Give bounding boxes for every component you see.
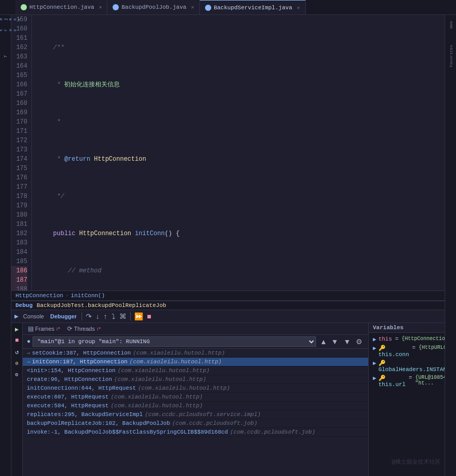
resume-btn[interactable]: ⏩ [133, 311, 145, 321]
var-item-3[interactable]: ▶ 🔑 this.url = {URL@10854} "ht... [369, 374, 445, 389]
code-line-161: * [38, 117, 445, 127]
thread-running-icon: ● [27, 338, 30, 345]
project-icon[interactable]: Project [0, 17, 23, 22]
frame-package-5: (com.xiaoleilu.hutool.http) [111, 394, 202, 400]
frame-package-7: (com.ccdc.pcloudsoft.service.impl) [145, 411, 260, 418]
var-expand-2[interactable]: ▶ [373, 360, 376, 366]
thread-select-dropdown[interactable]: "main"@1 in group "main": RUNNING [33, 336, 316, 347]
debug-job-name: BackupdJobTest.backupdPoolReplicateJob [37, 302, 166, 309]
toolbar-separator [82, 312, 82, 320]
code-line-160: * 初始化连接相关信息 [38, 80, 445, 89]
var-expand-0[interactable]: ▶ [373, 336, 376, 343]
frame-package-3: (com.xiaoleilu.hutool.http) [114, 376, 206, 382]
frames-threads-toolbar: ▤ Frames ↕* ⟳ Threads ↕* [23, 323, 368, 335]
stack-frame-3[interactable]: create:96, HttpConnection (com.xiaoleilu… [23, 375, 368, 384]
tab-httpconnection[interactable]: HttpConnection.java ✕ [15, 0, 107, 14]
frame-icon-0: → [27, 350, 30, 356]
code-line-165: // method [38, 266, 445, 275]
frame-method-2: <init>:154, HttpConnection [27, 367, 116, 374]
frames-tab-btn[interactable]: ▤ Frames ↕* [25, 324, 63, 333]
close-tab-1[interactable]: ✕ [99, 4, 102, 10]
frame-icon-1: → [27, 359, 30, 365]
console-btn[interactable]: Console [21, 312, 46, 320]
threads-asterisk: ↕* [97, 326, 101, 331]
thread-settings-btn[interactable]: ⚙ [354, 337, 364, 346]
var-item-0[interactable]: ▶ this = {HttpConnection@1... [369, 335, 445, 344]
step-out-btn[interactable]: ↑ [102, 311, 109, 321]
stack-frame-7[interactable]: replicates:295, BackupdServiceImpl (com.… [23, 410, 368, 419]
frame-package-4: (com.xiaoleilu.hutool.http) [138, 385, 230, 391]
var-expand-3[interactable]: ▶ [373, 375, 376, 381]
variables-panel: Variables ▶ this = {HttpConnection@1... … [369, 323, 445, 476]
tab-icon-java2 [113, 4, 119, 10]
stack-frame-0[interactable]: → setCookie:387, HttpConnection (com.xia… [23, 349, 368, 358]
var-equals-0: = [395, 336, 399, 342]
stack-frame-4[interactable]: initConnectionn:644, HttpRequest (com.xi… [23, 384, 368, 393]
tab-label-2: BackupdPoolJob.java [121, 4, 186, 10]
variables-content: ▶ this = {HttpConnection@1... ▶ 🔑 this.c… [369, 333, 445, 476]
favorites-icon[interactable]: Favorites [446, 51, 455, 60]
step-into-btn[interactable]: ↓ [95, 311, 101, 321]
thread-selector: ● "main"@1 in group "main": RUNNING ▲ ▼ … [23, 335, 368, 349]
frames-icon: ▤ [28, 325, 34, 332]
stack-frames-list[interactable]: → setCookie:387, HttpConnection (com.xia… [23, 349, 368, 476]
debug-resume-side-icon[interactable]: ▶ [13, 325, 21, 333]
debug-rerun-side-icon[interactable]: ↺ [13, 348, 21, 356]
stack-frame-8[interactable]: backupPoolReplicateJob:102, BackupdPoolJ… [23, 419, 368, 428]
stack-frame-2[interactable]: <init>:154, HttpConnection (com.xiaoleil… [23, 366, 368, 375]
frame-method-7: replicates:295, BackupdServiceImpl [27, 411, 143, 418]
debug-toolbar: ▶ Console Debugger ↷ ↓ ↑ ⤵ ⌘ ⏩ ■ [11, 310, 445, 323]
debug-mute-side-icon[interactable]: ⊘ [13, 359, 21, 367]
tab-icon-java [21, 4, 27, 10]
threads-tab-btn[interactable]: ⟳ Threads ↕* [64, 324, 103, 333]
var-equals-1: = [412, 345, 416, 351]
frame-method-8: backupPoolReplicateJob:102, BackupdPoolJ… [27, 420, 170, 426]
step-over-btn[interactable]: ↷ [84, 311, 93, 321]
tab-backupdpooljob[interactable]: BackupdPoolJob.java ✕ [107, 0, 199, 14]
tab-bar: HttpConnection.java ✕ BackupdPoolJob.jav… [0, 0, 456, 15]
evaluate-btn[interactable]: ⌘ [118, 311, 128, 321]
frame-method-5: execute:607, HttpRequest [27, 394, 108, 400]
var-value-0: {HttpConnection@1... [402, 336, 445, 342]
stack-frame-6[interactable]: execute:584, HttpRequest (com.xiaoleilu.… [23, 402, 368, 410]
var-name-1: 🔑 this.conn [379, 345, 409, 358]
stack-frame-1[interactable]: → initConn:187, HttpConnection (com.xiao… [23, 358, 368, 366]
var-item-2[interactable]: ▶ 🔑 GlobalHeaders.INSTANCE [369, 359, 445, 374]
stack-frame-9[interactable]: invoke:-1, BackupdPoolJob$$FastClassBySp… [23, 428, 368, 437]
debug-toolbar-icon1[interactable]: ▶ [13, 312, 20, 320]
frame-method-9: invoke:-1, BackupdPoolJob$$FastClassBySp… [27, 429, 228, 435]
var-name-2: 🔑 GlobalHeaders.INSTANCE [379, 360, 445, 373]
web-icon[interactable]: Web [446, 20, 455, 29]
stack-frame-5[interactable]: execute:607, HttpRequest (com.xiaoleilu.… [23, 393, 368, 402]
tab-backupdserviceimpl[interactable]: BackupdServiceImpl.java ✕ [200, 0, 306, 14]
tab-icon-java3 [205, 5, 211, 11]
thread-down-btn[interactable]: ▼ [329, 337, 340, 346]
toolbar-separator2 [130, 312, 131, 320]
var-expand-1[interactable]: ▶ [373, 345, 376, 351]
frames-label: Frames [35, 326, 54, 332]
debugger-btn[interactable]: Debugger [48, 312, 79, 320]
watermark: @稀土掘金技术社区 [391, 458, 441, 466]
debug-side-icon[interactable]: 7 [2, 54, 9, 59]
var-item-1[interactable]: ▶ 🔑 this.conn = {HttpURLConne... [369, 344, 445, 359]
line-numbers: 159 160 161 162 163 164 165 166 167 168 … [11, 15, 32, 290]
code-container: 159 160 161 162 163 164 165 166 167 168 … [11, 15, 445, 290]
var-name-0: this [379, 336, 392, 342]
frames-threads-panel: ▤ Frames ↕* ⟳ Threads ↕* ● "main" [23, 323, 369, 476]
editor-area: 159 160 161 162 163 164 165 166 167 168 … [11, 15, 445, 476]
thread-filter-btn[interactable]: ▼ [342, 337, 352, 346]
structure-icon[interactable]: Struc [0, 28, 18, 33]
var-value-1: {HttpURLConne... [419, 345, 445, 350]
debug-stop-side-icon[interactable]: ■ [13, 336, 21, 345]
stop-btn[interactable]: ■ [146, 311, 153, 321]
code-content[interactable]: /** * 初始化连接相关信息 * * @return HttpConnecti… [32, 15, 445, 290]
close-tab-2[interactable]: ✕ [191, 4, 194, 10]
debug-settings-side-icon[interactable]: ⚙ [13, 371, 21, 379]
thread-up-btn[interactable]: ▲ [318, 337, 328, 346]
run-to-cursor-btn[interactable]: ⤵ [110, 311, 117, 321]
close-tab-3[interactable]: ✕ [297, 5, 300, 11]
frame-method-1: initConn:187, HttpConnection [32, 359, 128, 365]
code-line-162: * @return HttpConnection [38, 155, 445, 164]
frame-package-8: (com.ccdc.pcloudsoft.job) [172, 420, 257, 426]
debug-left-icons: ▶ ■ ↺ ⊘ ⚙ [11, 323, 23, 476]
